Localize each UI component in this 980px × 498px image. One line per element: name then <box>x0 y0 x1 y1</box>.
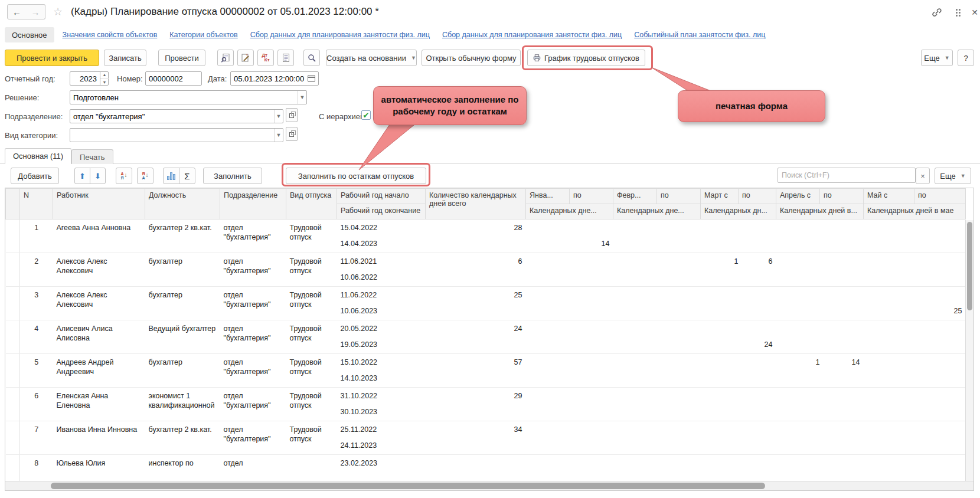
cell-month-feb[interactable] <box>613 354 701 388</box>
cell-month-jan[interactable] <box>526 287 613 320</box>
spinner-up-icon[interactable]: ▲ <box>100 71 109 79</box>
cell-month-jan[interactable]: 14 <box>526 219 613 253</box>
cell-month-may[interactable] <box>864 253 966 287</box>
spinner-down-icon[interactable]: ▼ <box>100 79 109 86</box>
header-work-year-start[interactable]: Рабочий год начало <box>337 189 426 204</box>
favorite-star-icon[interactable]: ☆ <box>53 5 63 18</box>
cell-department[interactable]: отдел "бухгалтерия" <box>220 388 286 421</box>
header-month-days-feb[interactable]: Календарных дне... <box>613 204 701 219</box>
header-month-to-mar[interactable]: по <box>739 189 776 204</box>
chevron-down-icon[interactable]: ▼ <box>298 91 306 104</box>
table-more-button[interactable]: Еще ▼ <box>935 168 971 184</box>
cell-month-apr[interactable] <box>776 388 864 421</box>
cell-total-days[interactable]: 34 <box>426 421 526 455</box>
cell-month-may[interactable] <box>864 354 966 388</box>
cell-month-feb[interactable] <box>613 421 701 455</box>
cell-position[interactable]: бухгалтер 2 кв.кат. <box>145 219 220 253</box>
header-month-days-jan[interactable]: Календарных дне... <box>526 204 613 219</box>
cell-worker[interactable]: Алексов Алекс Алексович <box>53 253 145 287</box>
cell-total-days[interactable]: 57 <box>426 354 526 388</box>
header-month-days-may[interactable]: Календарных дней в мае <box>864 204 966 219</box>
nav-link[interactable]: Событийный план занятости физ. лиц <box>634 31 765 39</box>
chevron-down-icon[interactable]: ▼ <box>274 110 283 123</box>
find-button[interactable] <box>303 50 320 66</box>
cell-work-year[interactable]: 11.06.202110.06.2022 <box>337 253 426 287</box>
cell-row-number[interactable]: 7 <box>20 421 53 455</box>
cell-work-year[interactable]: 15.04.202214.04.2023 <box>337 219 426 253</box>
more-menu-kebab-icon[interactable] <box>952 6 965 19</box>
cell-month-jan[interactable] <box>526 354 613 388</box>
cell-department[interactable]: отдел "бухгалтерия" <box>220 253 286 287</box>
cell-month-apr[interactable] <box>776 320 864 354</box>
cell-month-feb[interactable] <box>613 287 701 320</box>
header-department[interactable]: Подразделение <box>220 189 286 219</box>
header-month-from-jan[interactable]: Янва... <box>526 189 570 204</box>
header-month-from-mar[interactable]: Март с <box>701 189 739 204</box>
header-month-from-feb[interactable]: Февр... <box>613 189 657 204</box>
open-regular-form-button[interactable]: Открыть обычную форму <box>422 50 521 66</box>
close-window-icon[interactable]: ✕ <box>968 6 980 19</box>
get-link-icon[interactable] <box>930 6 943 19</box>
cell-month-apr[interactable]: 114 <box>776 354 864 388</box>
number-field[interactable]: 00000002 <box>145 71 202 86</box>
department-combobox[interactable]: отдел "бухгалтерия" ▼ <box>70 109 283 123</box>
cell-vacation-type[interactable]: Трудовой отпуск <box>286 253 337 287</box>
cell-position[interactable]: бухгалтер <box>145 253 220 287</box>
cell-month-feb[interactable] <box>613 320 701 354</box>
header-month-days-mar[interactable]: Календарных дн... <box>701 204 776 219</box>
cell-month-mar[interactable] <box>701 421 776 455</box>
header-total-days[interactable]: Количество календарных дней всего <box>426 189 526 219</box>
cell-row-number[interactable]: 4 <box>20 320 53 354</box>
nav-link[interactable]: Сбор данных для планирования занятости ф… <box>442 31 622 39</box>
cell-worker[interactable]: Агеева Анна Анновна <box>53 219 145 253</box>
horizontal-scrollbar[interactable] <box>5 481 974 490</box>
clear-search-button[interactable]: × <box>916 168 930 184</box>
history-back-button[interactable]: ← <box>7 4 27 19</box>
cell-work-year[interactable]: 11.06.202210.06.2023 <box>337 287 426 320</box>
hierarchy-checkbox[interactable]: ✔ <box>361 110 371 120</box>
cell-position[interactable]: бухгалтер <box>145 287 220 320</box>
category-kind-combobox[interactable]: ▼ <box>70 128 283 142</box>
vertical-scrollbar-thumb[interactable] <box>967 222 972 310</box>
table-row[interactable]: 7Иванова Инна Инновнабухгалтер 2 кв.кат.… <box>6 421 966 455</box>
header-month-from-may[interactable]: Май с <box>864 189 914 204</box>
cell-month-feb[interactable] <box>613 253 701 287</box>
cell-month-may[interactable] <box>864 421 966 455</box>
cell-total-days[interactable]: 29 <box>426 388 526 421</box>
header-month-to-apr[interactable]: по <box>820 189 864 204</box>
header-position[interactable]: Должность <box>145 189 220 219</box>
cell-work-year[interactable]: 31.10.202230.10.2023 <box>337 388 426 421</box>
cell-month-feb[interactable] <box>613 219 701 253</box>
cell-month-jan[interactable] <box>526 421 613 455</box>
table-row[interactable]: 5Андреев Андрей Андреевичбухгалтеротдел … <box>6 354 966 388</box>
cell-worker[interactable]: Андреев Андрей Андреевич <box>53 354 145 388</box>
cell-month-may[interactable] <box>864 219 966 253</box>
cell-total-days[interactable]: 24 <box>426 320 526 354</box>
cell-position[interactable]: бухгалтер <box>145 354 220 388</box>
cell-department[interactable]: отдел "бухгалтерия" <box>220 219 286 253</box>
nav-item-main[interactable]: Основное <box>5 27 54 42</box>
cell-month-mar[interactable] <box>701 354 776 388</box>
cell-worker[interactable]: Алисевич Алиса Алисовна <box>53 320 145 354</box>
cell-row-number[interactable]: 3 <box>20 287 53 320</box>
fill-by-vacation-remainders-button[interactable]: Заполнить по остаткам отпусков <box>286 168 426 184</box>
cell-vacation-type[interactable]: Трудовой отпуск <box>286 421 337 455</box>
department-open-button[interactable] <box>286 108 298 122</box>
cell-department[interactable]: отдел "бухгалтерия" <box>220 354 286 388</box>
tab-print[interactable]: Печать <box>71 149 113 164</box>
cell-row-number[interactable]: 2 <box>20 253 53 287</box>
cell-month-mar[interactable]: 24 <box>701 320 776 354</box>
cell-worker[interactable]: Иванова Инна Инновна <box>53 421 145 455</box>
search-input[interactable] <box>778 168 916 183</box>
category-open-button[interactable] <box>286 127 298 141</box>
table-row[interactable]: 3Алексов Алекс Алексовичбухгалтеротдел "… <box>6 287 966 320</box>
create-based-on-button[interactable]: Создать на основании ▼ <box>326 50 417 66</box>
cell-month-jan[interactable] <box>526 253 613 287</box>
cell-vacation-type[interactable]: Трудовой отпуск <box>286 388 337 421</box>
cell-total-days[interactable]: 28 <box>426 219 526 253</box>
save-button[interactable]: Записать <box>104 50 146 66</box>
header-vacation-type[interactable]: Вид отпуска <box>286 189 337 219</box>
cell-work-year[interactable]: 20.05.202219.05.2023 <box>337 320 426 354</box>
date-field[interactable]: 05.01.2023 12:00:00 <box>230 71 319 86</box>
report-year-field[interactable]: 2023 ▲▼ <box>70 71 109 86</box>
